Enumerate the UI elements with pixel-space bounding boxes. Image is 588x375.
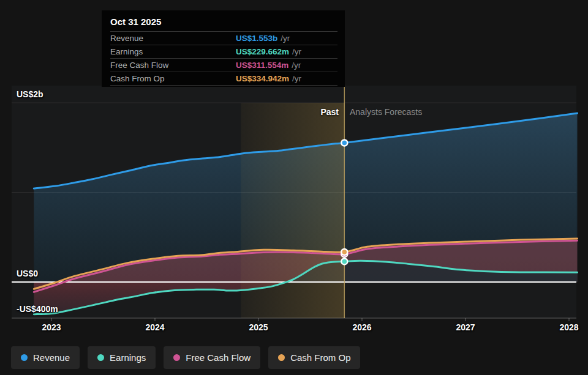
tooltip-row-free-cash-flow: Free Cash Flow US$311.554m /yr bbox=[110, 58, 337, 72]
tooltip-value-revenue: US$1.553b bbox=[236, 34, 277, 43]
legend-label-revenue: Revenue bbox=[33, 352, 70, 363]
legend-label-free-cash-flow: Free Cash Flow bbox=[186, 352, 251, 363]
tooltip-row-earnings: Earnings US$229.662m /yr bbox=[110, 45, 337, 58]
revenue-marker bbox=[341, 140, 347, 146]
cash-from-op-legend-dot-icon bbox=[278, 354, 285, 361]
x-tick-2027: 2027 bbox=[456, 322, 475, 332]
free-cash-flow-legend-dot-icon bbox=[173, 354, 180, 361]
past-year-highlight-band bbox=[241, 103, 344, 318]
y-axis-label-0: US$0 bbox=[17, 269, 38, 278]
tooltip-row-cash-from-op: Cash From Op US$334.942m /yr bbox=[110, 72, 337, 86]
tooltip-label-revenue: Revenue bbox=[110, 34, 236, 43]
earnings-legend-dot-icon bbox=[97, 354, 104, 361]
tooltip-label-free-cash-flow: Free Cash Flow bbox=[110, 61, 236, 70]
x-tick-2024: 2024 bbox=[145, 322, 164, 332]
legend-item-free-cash-flow[interactable]: Free Cash Flow bbox=[164, 346, 260, 369]
tooltip-suffix-revenue: /yr bbox=[281, 34, 290, 43]
legend: Revenue Earnings Free Cash Flow Cash Fro… bbox=[11, 346, 360, 369]
tooltip-value-cash-from-op: US$334.942m bbox=[236, 74, 289, 83]
x-tick-2023: 2023 bbox=[42, 322, 61, 332]
legend-label-earnings: Earnings bbox=[110, 352, 146, 363]
legend-item-revenue[interactable]: Revenue bbox=[11, 346, 80, 369]
cash_from_op-marker bbox=[341, 249, 347, 255]
tooltip-suffix-cash-from-op: /yr bbox=[292, 74, 301, 83]
x-tick-2025: 2025 bbox=[249, 322, 268, 332]
earnings-marker bbox=[341, 258, 347, 264]
tooltip: Oct 31 2025 Revenue US$1.553b /yr Earnin… bbox=[102, 10, 345, 87]
tooltip-row-revenue: Revenue US$1.553b /yr bbox=[110, 31, 337, 45]
tooltip-date: Oct 31 2025 bbox=[110, 14, 337, 31]
tooltip-suffix-free-cash-flow: /yr bbox=[292, 61, 301, 70]
y-axis-label-neg400m: -US$400m bbox=[17, 304, 58, 314]
revenue-legend-dot-icon bbox=[21, 354, 28, 361]
x-tick-2028: 2028 bbox=[559, 322, 578, 332]
y-axis-label-2b: US$2b bbox=[17, 89, 43, 99]
tooltip-label-earnings: Earnings bbox=[110, 47, 236, 56]
tooltip-label-cash-from-op: Cash From Op bbox=[110, 74, 236, 83]
tooltip-value-free-cash-flow: US$311.554m bbox=[236, 61, 288, 70]
legend-item-earnings[interactable]: Earnings bbox=[88, 346, 156, 369]
past-label: Past bbox=[320, 107, 339, 117]
legend-label-cash-from-op: Cash From Op bbox=[290, 352, 350, 363]
chart-page: US$2b US$0 -US$400m 2023 2024 2025 2026 … bbox=[0, 0, 588, 375]
x-tick-2026: 2026 bbox=[352, 322, 371, 332]
legend-item-cash-from-op[interactable]: Cash From Op bbox=[268, 346, 360, 369]
analysts-forecasts-label: Analysts Forecasts bbox=[350, 107, 422, 117]
tooltip-value-earnings: US$229.662m bbox=[236, 47, 289, 56]
tooltip-suffix-earnings: /yr bbox=[292, 47, 301, 56]
